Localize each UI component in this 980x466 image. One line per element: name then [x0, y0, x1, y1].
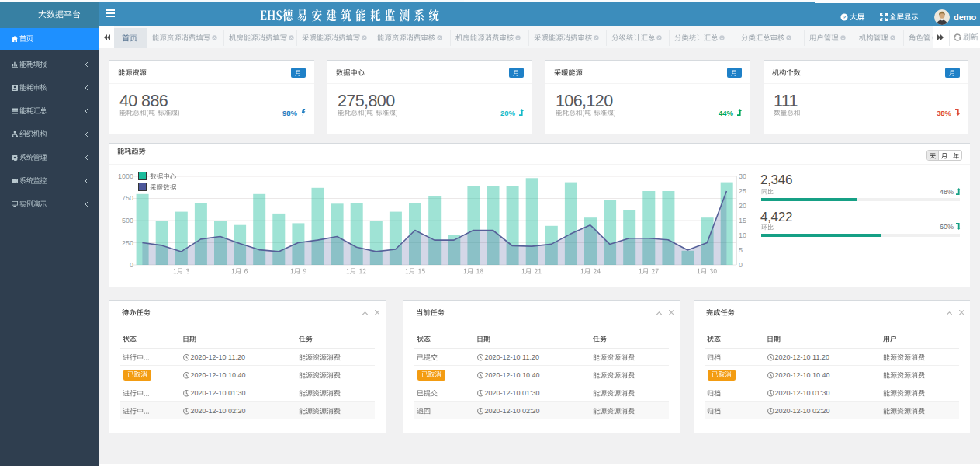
svg-text:?: ? [843, 13, 847, 20]
